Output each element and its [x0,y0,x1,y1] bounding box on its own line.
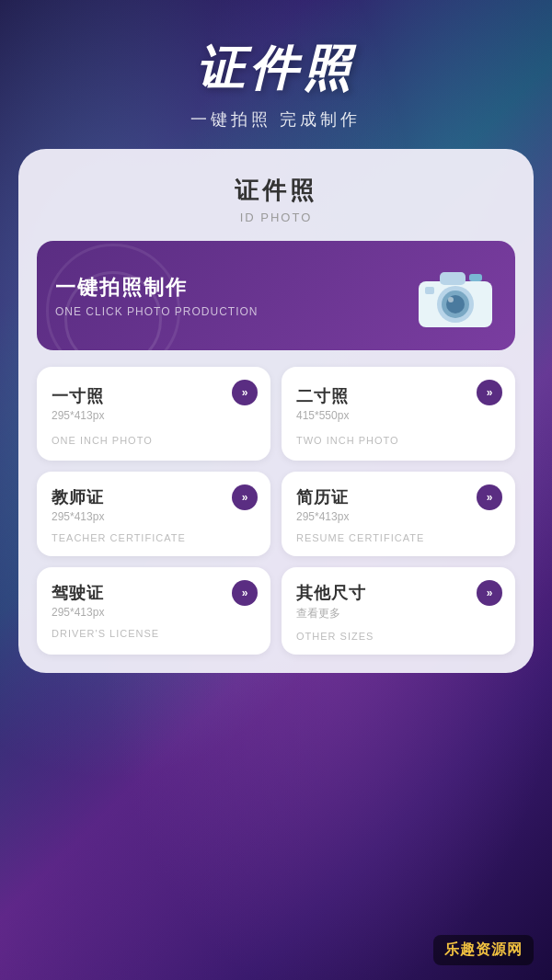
card-title-en: ID PHOTO [37,211,515,224]
svg-rect-2 [469,274,482,281]
other-title-zh: 其他尺寸 [296,582,500,604]
other-size: 查看更多 [296,606,500,621]
two-inch-title-en: TWO INCH PHOTO [296,435,500,446]
banner-text: 一键拍照制作 ONE CLICK PHOTO PRODUCTION [55,274,258,318]
other-sizes[interactable]: » 其他尺寸 查看更多 OTHER SIZES [282,567,515,655]
drivers-title-en: DRIVER'S LICENSE [52,628,256,639]
one-inch-arrow[interactable]: » [232,380,258,405]
one-inch-title-en: ONE INCH PHOTO [52,435,256,446]
teacher-title-en: TEACHER CERTIFICATE [52,532,256,543]
one-inch-photo[interactable]: » 一寸照 295*413px ONE INCH PHOTO [37,367,270,461]
svg-rect-7 [425,287,434,294]
other-arrow[interactable]: » [477,580,502,606]
banner[interactable]: 一键拍照制作 ONE CLICK PHOTO PRODUCTION [37,241,515,350]
teacher-size: 295*413px [52,510,256,523]
teacher-title-zh: 教师证 [52,486,256,508]
watermark-text: 乐趣资源网 [444,941,523,957]
page-title-zh: 证件照 [0,37,552,101]
watermark: 乐趣资源网 [433,935,534,965]
two-inch-photo[interactable]: » 二寸照 415*550px TWO INCH PHOTO [282,367,515,461]
one-inch-title-zh: 一寸照 [52,385,256,407]
teacher-arrow[interactable]: » [232,484,258,510]
svg-point-6 [448,297,454,302]
teacher-certificate[interactable]: » 教师证 295*413px TEACHER CERTIFICATE [37,472,270,556]
resume-certificate[interactable]: » 简历证 295*413px RESUME CERTIFICATE [282,472,515,556]
page-subtitle: 一键拍照 完成制作 [0,108,552,131]
banner-text-zh: 一键拍照制作 [55,274,258,302]
resume-title-zh: 简历证 [296,486,500,508]
resume-arrow[interactable]: » [477,484,502,510]
drivers-size: 295*413px [52,606,256,619]
two-inch-size: 415*550px [296,409,500,422]
drivers-title-zh: 驾驶证 [52,582,256,604]
card-title-zh: 证件照 [37,175,515,207]
one-inch-size: 295*413px [52,409,256,422]
two-inch-arrow[interactable]: » [477,380,502,405]
main-card: 证件照 ID PHOTO 一键拍照制作 ONE CLICK PHOTO PROD… [18,149,534,673]
camera-icon [414,261,497,330]
resume-size: 295*413px [296,510,500,523]
svg-rect-1 [440,272,466,285]
two-inch-title-zh: 二寸照 [296,385,500,407]
drivers-arrow[interactable]: » [232,580,258,606]
drivers-license[interactable]: » 驾驶证 295*413px DRIVER'S LICENSE [37,567,270,655]
photo-grid: » 一寸照 295*413px ONE INCH PHOTO » 二寸照 415… [37,367,515,655]
resume-title-en: RESUME CERTIFICATE [296,532,500,543]
other-title-en: OTHER SIZES [296,631,500,642]
banner-text-en: ONE CLICK PHOTO PRODUCTION [55,305,258,318]
header: 证件照 一键拍照 完成制作 [0,0,552,149]
